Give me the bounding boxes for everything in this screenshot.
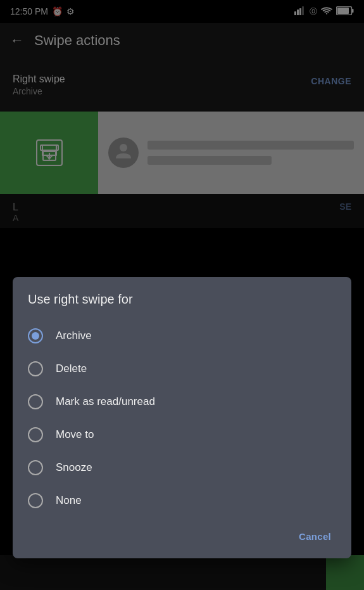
option-archive[interactable]: Archive (13, 319, 351, 352)
option-move-to[interactable]: Move to (13, 418, 351, 451)
dialog-actions: Cancel (13, 520, 351, 553)
radio-snooze[interactable] (28, 460, 43, 475)
dialog-title: Use right swipe for (13, 292, 351, 319)
option-move-to-label: Move to (56, 428, 94, 441)
radio-mark-read[interactable] (28, 394, 43, 409)
option-snooze[interactable]: Snooze (13, 451, 351, 484)
option-mark-read[interactable]: Mark as read/unread (13, 385, 351, 418)
option-delete-label: Delete (56, 362, 87, 375)
radio-delete[interactable] (28, 361, 43, 376)
option-mark-read-label: Mark as read/unread (56, 395, 155, 408)
radio-archive[interactable] (28, 328, 43, 343)
swipe-options-dialog: Use right swipe for Archive Delete Mark … (13, 277, 351, 558)
radio-move-to[interactable] (28, 427, 43, 442)
option-none-label: None (56, 494, 82, 507)
option-delete[interactable]: Delete (13, 352, 351, 385)
radio-none[interactable] (28, 493, 43, 508)
cancel-button[interactable]: Cancel (289, 525, 341, 548)
option-snooze-label: Snooze (56, 461, 92, 474)
option-archive-label: Archive (56, 330, 92, 342)
option-none[interactable]: None (13, 484, 351, 517)
